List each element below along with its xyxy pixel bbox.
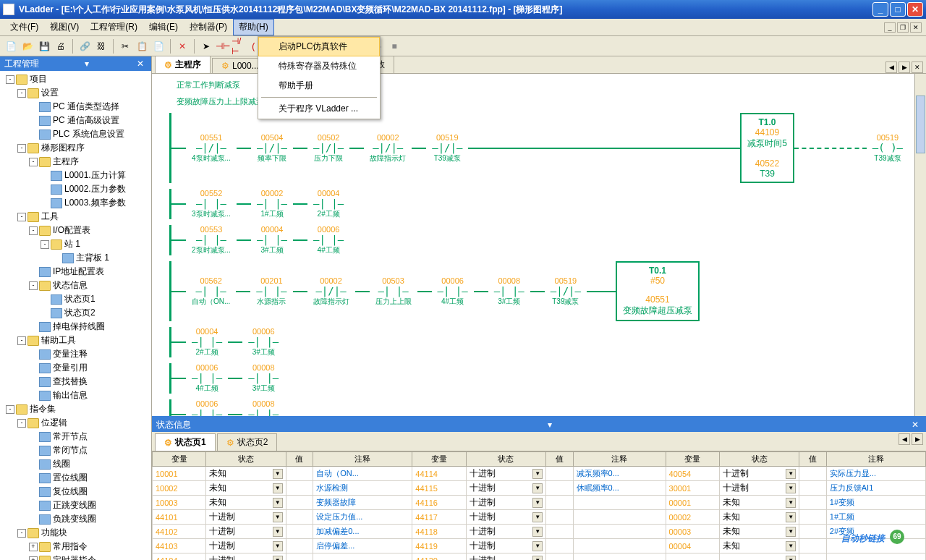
table-cell[interactable]: 启停偏差... (313, 539, 412, 553)
dropdown-arrow-icon[interactable]: ▼ (532, 469, 543, 479)
table-cell[interactable]: 休眠频率0... (573, 481, 666, 496)
cut-button[interactable]: ✂ (117, 38, 133, 54)
tree-node[interactable]: 变量引用 (0, 361, 151, 375)
table-cell[interactable]: 未知▼ (206, 467, 286, 481)
column-header[interactable]: 值 (546, 452, 573, 467)
dropdown-arrow-icon[interactable]: ▼ (532, 556, 543, 561)
table-cell[interactable]: 十进制▼ (719, 481, 799, 496)
table-cell[interactable]: 40054 (666, 467, 719, 481)
ladder-contact[interactable]: 00552—| |—3泵时减泵... (192, 189, 231, 219)
table-cell[interactable]: 未知▼ (719, 539, 799, 553)
menu-4[interactable]: 控制器(P) (184, 19, 233, 35)
tree-toggle-icon[interactable]: - (29, 226, 38, 235)
panel-close-icon[interactable]: ✕ (134, 59, 147, 69)
column-header[interactable]: 注释 (826, 452, 925, 467)
status-pin-icon[interactable]: ▾ (545, 420, 555, 430)
table-cell[interactable]: 1#工频 (826, 510, 925, 525)
table-cell[interactable]: 44116 (412, 496, 466, 510)
table-cell[interactable]: 00004 (666, 539, 719, 553)
table-cell[interactable] (313, 553, 412, 561)
tree-toggle-icon[interactable]: - (17, 144, 26, 153)
table-cell[interactable]: 44117 (412, 510, 466, 525)
menu-5[interactable]: 帮助(H) (233, 19, 274, 35)
ladder-contact[interactable]: 00519—|/|—T39减泵 (432, 133, 462, 164)
table-cell[interactable] (573, 525, 666, 539)
tree-node[interactable]: -辅助工具 (0, 334, 151, 347)
tree-node[interactable]: -指令集 (0, 402, 151, 416)
tree-node[interactable]: PLC 系统信息设置 (0, 127, 151, 141)
tree-node[interactable]: -工具 (0, 210, 151, 224)
ladder-contact[interactable]: 00002—| |—1#工频 (257, 189, 287, 219)
tree-toggle-icon[interactable]: - (17, 419, 26, 428)
table-cell[interactable]: 10001 (153, 467, 206, 481)
table-cell[interactable]: 44104 (153, 553, 206, 561)
tree-node[interactable]: 输出信息 (0, 389, 151, 402)
ladder-contact[interactable]: 00004—| |—2#工频 (313, 189, 344, 219)
dropdown-arrow-icon[interactable]: ▼ (532, 483, 543, 493)
tree-node[interactable]: -I/O配置表 (0, 224, 151, 237)
dropdown-arrow-icon[interactable]: ▼ (273, 541, 283, 551)
table-cell[interactable]: 十进制▼ (466, 467, 546, 481)
tree-node[interactable]: -功能块 (0, 526, 151, 540)
table-cell[interactable] (826, 553, 925, 561)
column-header[interactable]: 值 (286, 452, 313, 467)
table-cell[interactable]: 未知▼ (206, 481, 286, 496)
ladder-contact[interactable]: 00503—| |—压力上上限 (375, 276, 412, 307)
table-cell[interactable]: 未知▼ (719, 525, 799, 539)
dropdown-arrow-icon[interactable]: ▼ (273, 469, 283, 479)
table-cell[interactable] (546, 539, 573, 553)
tree-toggle-icon[interactable]: - (41, 240, 49, 249)
table-cell[interactable] (286, 539, 313, 553)
tree-node[interactable]: -梯形图程序 (0, 141, 151, 155)
table-cell[interactable]: 加减偏差0... (313, 525, 412, 539)
tab-next-button[interactable]: ▶ (899, 61, 910, 73)
table-cell[interactable] (546, 496, 573, 510)
mdi-close-button[interactable]: ✕ (910, 22, 922, 33)
table-cell[interactable]: 44120 (412, 553, 466, 561)
table-cell[interactable] (799, 525, 826, 539)
tree-node[interactable]: -主程序 (0, 155, 151, 169)
table-cell[interactable]: 实际压力显... (826, 467, 925, 481)
ladder-contact[interactable]: 00006—| |—4#工频 (438, 276, 468, 307)
table-cell[interactable] (546, 553, 573, 561)
table-cell[interactable] (286, 496, 313, 510)
ladder-contact[interactable]: 00004—| |—3#工频 (257, 225, 287, 255)
table-cell[interactable]: 未知▼ (719, 496, 799, 510)
tree-node[interactable]: 负跳变线圈 (0, 512, 151, 526)
stop-button[interactable]: ■ (386, 38, 402, 54)
contact-nc-button[interactable]: ⊣/⊢ (232, 38, 247, 54)
tree-node[interactable]: 状态页2 (0, 306, 151, 320)
ladder-contact[interactable]: 00553—| |—2泵时减泵... (192, 225, 231, 255)
tree-toggle-icon[interactable]: - (17, 529, 26, 538)
table-cell[interactable]: 设定压力值... (313, 510, 412, 525)
dropdown-arrow-icon[interactable]: ▼ (273, 512, 283, 522)
menu-2[interactable]: 工程管理(R) (85, 19, 143, 35)
table-cell[interactable]: 十进制▼ (466, 539, 546, 553)
dropdown-item[interactable]: 帮助手册 (258, 76, 380, 96)
ladder-contact[interactable]: 00562—| |—自动（ON... (192, 276, 230, 307)
tree-node[interactable]: PC 通信高级设置 (0, 114, 151, 127)
output-coil[interactable]: 00519—( )—T39减泵 (872, 133, 903, 164)
tree-toggle-icon[interactable]: - (6, 75, 14, 84)
close-button[interactable]: ✕ (907, 2, 923, 17)
tree-node[interactable]: 主背板 1 (0, 251, 151, 265)
dropdown-arrow-icon[interactable]: ▼ (532, 541, 543, 551)
ladder-contact[interactable]: 00504—|/|—频率下限 (257, 133, 287, 164)
table-cell[interactable]: 2#变频 (826, 525, 925, 539)
dropdown-arrow-icon[interactable]: ▼ (273, 556, 283, 561)
table-cell[interactable] (286, 467, 313, 481)
table-cell[interactable]: 44118 (412, 525, 466, 539)
table-cell[interactable] (666, 553, 719, 561)
table-cell[interactable] (546, 481, 573, 496)
table-cell[interactable]: 44115 (412, 481, 466, 496)
table-cell[interactable]: 十进制▼ (206, 553, 286, 561)
column-header[interactable]: 状态 (206, 452, 286, 467)
ladder-contact[interactable]: 00201—| |—水源指示 (256, 276, 286, 307)
column-header[interactable]: 变量 (153, 452, 206, 467)
table-cell[interactable]: 44114 (412, 467, 466, 481)
connect-button[interactable]: 🔗 (77, 38, 93, 54)
dropdown-arrow-icon[interactable]: ▼ (786, 483, 796, 493)
table-cell[interactable] (286, 481, 313, 496)
dropdown-item[interactable]: 关于程序 VLadder ... (258, 99, 380, 119)
dropdown-item[interactable]: 特殊寄存器及特殊位 (258, 56, 380, 76)
